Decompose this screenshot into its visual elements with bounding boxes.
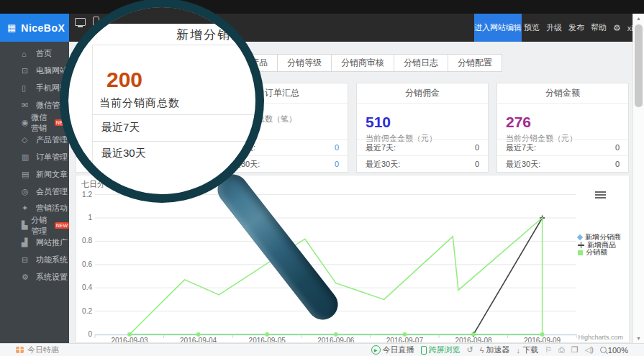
product-manage-icon: ◇ — [22, 135, 36, 145]
svg-text:2016-09-07: 2016-09-07 — [386, 337, 424, 342]
grid-logo-icon: ▦ — [7, 23, 16, 32]
svg-text:0: 0 — [88, 330, 92, 338]
sidebar-item-news-article[interactable]: ▤新闻文章 — [0, 165, 69, 183]
function-system-icon: ⊟ — [22, 255, 36, 265]
line-chart: 00.20.40.60.811.22016-09-032016-09-04201… — [76, 175, 629, 342]
svg-text:2016-09-09: 2016-09-09 — [524, 337, 561, 342]
sidebar-item-member-manage[interactable]: ◎会员管理 — [0, 183, 69, 200]
status-bar: 今日特惠 ▶ 今日直播 跨屏浏览 ↺ ϟ 加速器 ↓ 下载 ⚐ ⎙ ❐ ◁) — [0, 343, 644, 356]
app-logo[interactable]: ▦ NiceBoX — [0, 14, 69, 42]
live-today-item[interactable]: ▶ 今日直播 — [371, 344, 414, 355]
phone-screen-icon — [421, 346, 427, 355]
system-settings-icon: ⚙ — [22, 273, 36, 282]
new-badge: NEW — [55, 222, 69, 229]
card-title: 分销佣金 — [357, 83, 488, 104]
new-badge: NEW — [55, 119, 69, 126]
flag-icon[interactable]: ⚐ — [545, 345, 552, 355]
lightning-icon: ϟ — [480, 346, 484, 355]
magnifier-lens: 新增分销商 200 当前分销商总数 最近7天 最近30天 — [68, 7, 255, 194]
speaker-icon[interactable]: ◁) — [585, 345, 594, 355]
magnified-row-label: 最近30天 — [101, 147, 146, 160]
news-article-icon: ▤ — [22, 170, 36, 179]
sidebar-item-system-settings[interactable]: ⚙系统设置 — [0, 269, 69, 286]
play-circle-icon: ▶ — [371, 345, 381, 355]
magnified-card-caption: 当前分销商总数 — [99, 96, 180, 110]
sidebar-item-wechat-marketing[interactable]: ◉微信营销NEW — [0, 114, 69, 132]
help-link[interactable]: 帮助 — [591, 22, 607, 33]
settings-gear-icon[interactable]: ⚙ — [613, 23, 621, 33]
accelerator-item[interactable]: ϟ 加速器 — [480, 344, 510, 355]
chart-legend: 新增分销商 新增商品 分销额 — [578, 234, 621, 257]
zoom-level-item[interactable]: 100% — [600, 346, 628, 355]
magnified-row-label: 最近7天 — [101, 121, 140, 134]
card-title: 分销金额 — [497, 83, 628, 104]
svg-text:2016-09-08: 2016-09-08 — [455, 337, 492, 342]
site-promotion-icon: ▟ — [22, 238, 36, 247]
home-icon: ⌂ — [22, 50, 36, 58]
desktop-preview-icon[interactable] — [75, 18, 86, 26]
svg-text:2016-09-05: 2016-09-05 — [249, 337, 286, 342]
card-value: 276 — [506, 114, 628, 131]
tab-distribution-config[interactable]: 分销配置 — [448, 54, 502, 72]
window-top-strip — [0, 0, 644, 14]
sidebar-item-mobile-site[interactable]: ▯手机网站 — [0, 80, 69, 97]
svg-text:0.4: 0.4 — [82, 283, 92, 291]
wechat-marketing-icon: ◉ — [22, 118, 31, 127]
tab-distribution-log[interactable]: 分销日志 — [394, 54, 448, 72]
app-logo-text: NiceBoX — [21, 22, 65, 34]
svg-text:0.8: 0.8 — [82, 237, 92, 245]
mobile-preview-icon[interactable] — [93, 17, 99, 27]
svg-text:1.2: 1.2 — [82, 191, 92, 198]
daily-deal-link[interactable]: 今日特惠 — [27, 344, 59, 355]
desktop-site-icon: ⊡ — [22, 66, 36, 76]
tab-distributor-review[interactable]: 分销商审核 — [331, 54, 394, 72]
distribution-manage-icon: ▙ — [22, 221, 31, 230]
topbar-links: 预览 升级 发布 帮助 ⚙ xiaomei 退出 — [524, 14, 632, 42]
scroll-thumb[interactable] — [635, 24, 643, 107]
cross-screen-item[interactable]: 跨屏浏览 — [421, 344, 461, 355]
scroll-up-icon[interactable]: ▲ — [633, 16, 644, 21]
card-row: 最近7天:0 — [497, 139, 628, 155]
window-icon[interactable]: ❐ — [571, 345, 579, 355]
cross-marker-icon — [578, 242, 584, 248]
svg-text:2016-09-06: 2016-09-06 — [317, 337, 355, 342]
sidebar-item-product-manage[interactable]: ◇产品管理 — [0, 131, 69, 148]
download-icon: ↓ — [517, 346, 521, 355]
sidebar-nav: ⌂首页 ⊡电脑网站 ▯手机网站 ✉微信管理 ◉微信营销NEW ◇产品管理 ▥订单… — [0, 42, 69, 343]
enter-site-editor-button[interactable]: 进入网站编辑 — [474, 14, 522, 42]
divider — [92, 141, 255, 142]
refresh-icon[interactable]: ↺ — [467, 345, 473, 355]
highcharts-credit[interactable]: Highcharts.com — [578, 334, 623, 341]
download-item[interactable]: ↓ 下载 — [517, 344, 539, 355]
sidebar-item-site-promotion[interactable]: ▟网站推广 — [0, 234, 69, 252]
card-distribution-commission: 分销佣金 510 当前佣金金额（元） 最近7天:0 最近30天:0 — [356, 83, 489, 173]
marketing-campaign-icon: ✦ — [22, 204, 36, 213]
page-scrollbar[interactable]: ▲ ▼ — [632, 14, 644, 343]
member-manage-icon: ◎ — [22, 187, 36, 196]
publish-link[interactable]: 发布 — [568, 22, 584, 33]
divider — [92, 114, 255, 115]
preview-link[interactable]: 预览 — [524, 22, 540, 33]
sidebar-item-distribution-manage[interactable]: ▙分销管理NEW — [0, 217, 69, 234]
sidebar-item-home[interactable]: ⌂首页 — [0, 45, 69, 63]
card-value: 510 — [366, 114, 488, 131]
trend-chart-panel: 七日分销趋势 00.20.40.60.811.22016-09-032016-0… — [76, 175, 630, 343]
mobile-site-icon: ▯ — [22, 83, 36, 93]
card-row: 最近30天:0 — [357, 155, 488, 172]
sidebar-item-order-manage[interactable]: ▥订单管理 — [0, 148, 69, 165]
svg-text:1: 1 — [88, 214, 92, 222]
printer-icon[interactable]: ⎙ — [558, 345, 565, 355]
upgrade-link[interactable]: 升级 — [546, 22, 562, 33]
order-manage-icon: ▥ — [22, 152, 36, 162]
sidebar-item-desktop-site[interactable]: ⊡电脑网站 — [0, 63, 69, 80]
card-row: 最近30天:0 — [217, 155, 348, 172]
scroll-down-icon[interactable]: ▼ — [633, 336, 644, 341]
tab-distribution-levels[interactable]: 分销等级 — [277, 54, 332, 72]
wechat-manage-icon: ✉ — [22, 101, 36, 110]
svg-text:0.2: 0.2 — [82, 307, 92, 315]
card-row: 最近30天:0 — [497, 155, 628, 172]
divider — [93, 45, 255, 45]
svg-text:2016-09-03: 2016-09-03 — [111, 337, 148, 342]
magnified-card-value: 200 — [106, 68, 142, 92]
sidebar-item-function-system[interactable]: ⊟功能系统 — [0, 252, 69, 269]
